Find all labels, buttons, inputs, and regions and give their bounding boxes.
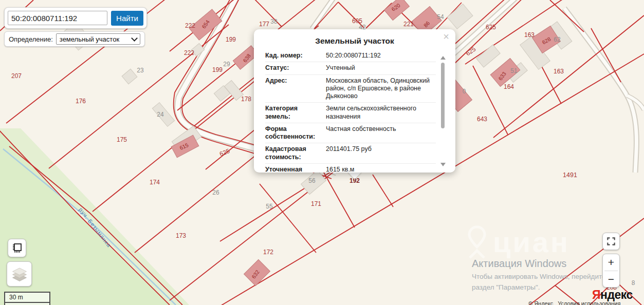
parcel-number-label[interactable]: 163 — [554, 68, 564, 75]
fullscreen-button[interactable] — [602, 233, 620, 250]
parcel-number-label[interactable]: 163 — [524, 31, 535, 39]
definition-label: Определение: — [9, 35, 53, 43]
definition-select[interactable]: земельный участок — [56, 33, 140, 45]
attribute-label: Категория земель: — [265, 105, 326, 121]
building — [122, 69, 137, 84]
parcel-number-label[interactable]: 222 — [185, 22, 195, 29]
definition-selected-value: земельный участок — [60, 35, 119, 43]
zoom-out-button[interactable]: − — [603, 271, 619, 288]
map-viewport[interactable]: 2071761751741732222221991991771786052216… — [0, 0, 644, 305]
parcel-number-label[interactable]: 199 — [212, 66, 223, 73]
popup-scrollbar[interactable] — [440, 56, 445, 166]
popup-title: Земельный участок — [274, 36, 435, 46]
parcel-number-label[interactable]: 164 — [504, 83, 514, 90]
parcel-number-label[interactable]: 643 — [477, 116, 487, 123]
parcel-number-label[interactable]: 176 — [76, 98, 86, 105]
building — [476, 45, 500, 67]
layers-icon — [10, 265, 29, 283]
attribute-value: Земли сельскохозяйственного назначения — [326, 105, 436, 121]
parcel-number-label[interactable]: 1491 — [563, 171, 577, 179]
building-number-label: 54 — [437, 13, 444, 21]
parcel-number-label[interactable]: 222 — [184, 49, 194, 56]
zoom-in-button[interactable]: + — [603, 254, 619, 271]
fullscreen-icon — [606, 236, 616, 246]
parcel-number-label[interactable]: 171 — [311, 200, 321, 207]
popup-attribute-row: Адрес:Московская область, Одинцовский ра… — [265, 75, 436, 103]
copyright-text: © Яндекс — [528, 300, 553, 305]
building-number-label: 55 — [266, 203, 272, 210]
definition-panel: Определение: земельный участок — [4, 31, 145, 47]
building-number-label: 23 — [137, 67, 143, 74]
scrollbar-thumb[interactable] — [441, 63, 445, 128]
parcel-number-label[interactable]: 172 — [263, 249, 273, 256]
attribute-label: Кадастровая стоимость: — [265, 145, 326, 161]
search-input[interactable] — [8, 11, 107, 25]
building-number-label: 26 — [212, 189, 219, 196]
zoom-controls: + − — [602, 254, 620, 288]
scroll-up-icon[interactable] — [440, 56, 446, 60]
attribute-label: Кад. номер: — [265, 52, 326, 60]
parcel-number-label[interactable]: 175 — [117, 136, 127, 143]
search-panel: Найти — [4, 7, 147, 29]
popup-attribute-row: Кад. номер:50:20:0080711:192 — [265, 50, 436, 62]
building-number-label: 62 — [554, 36, 560, 43]
building-number-label: 0 — [463, 88, 466, 95]
parcel-number-label[interactable]: 178 — [241, 96, 251, 103]
parcel-number-label[interactable]: 199 — [226, 36, 236, 43]
attribute-label: Форма собственности: — [265, 125, 326, 141]
building-number-label: 38 — [270, 18, 277, 25]
scale-metric: 30 m — [4, 292, 50, 302]
popup-pointer — [347, 171, 362, 179]
popup-attribute-row: Кадастровая стоимость:2011401.75 руб — [265, 143, 436, 164]
building-number-label: 8 — [632, 279, 635, 287]
popup-attribute-row: Уточненная площадь:1615 кв.м — [265, 164, 436, 173]
attribute-value: Московская область, Одинцовский район, с… — [326, 77, 436, 101]
building-number-label: 56 — [308, 177, 315, 184]
layers-button[interactable] — [7, 261, 32, 287]
yandex-logo-rest: ндекс — [600, 288, 633, 301]
scroll-down-icon[interactable] — [440, 163, 446, 166]
map-copyright: © Яндекс Условия использования — [528, 300, 620, 305]
measure-button[interactable] — [8, 239, 26, 257]
parcel-number-label[interactable]: 207 — [11, 72, 22, 80]
building-number-label: 51 — [510, 67, 517, 74]
parcel-number-label[interactable]: 221 — [403, 21, 414, 28]
popup-attribute-table: Кад. номер:50:20:0080711:192Статус:Учтен… — [254, 50, 455, 173]
attribute-value: 1615 кв.м — [326, 166, 436, 173]
popup-attribute-row: Форма собственности:Частная собственност… — [265, 123, 436, 144]
parcel-info-popup: × Земельный участок Кад. номер:50:20:008… — [254, 29, 455, 173]
close-icon[interactable]: × — [443, 31, 449, 42]
parcel-number-label[interactable]: 174 — [150, 179, 160, 186]
parcel-number-label[interactable]: 177 — [259, 21, 269, 28]
find-button[interactable]: Найти — [111, 11, 143, 26]
scale-bar: 30 m 100 ft — [4, 292, 50, 305]
popup-attribute-row: Статус:Учтенный — [265, 62, 436, 74]
attribute-value: Частная собственность — [326, 125, 436, 141]
attribute-label: Адрес: — [265, 77, 326, 101]
attribute-label: Статус: — [265, 64, 326, 72]
parcel-number-label[interactable]: 625 — [486, 24, 496, 31]
attribute-value: 2011401.75 руб — [326, 145, 436, 161]
attribute-label: Уточненная площадь: — [265, 166, 326, 173]
popup-attribute-row: Категория земель:Земли сельскохозяйствен… — [265, 103, 436, 123]
building-number-label: 29 — [223, 61, 230, 68]
chevron-down-icon — [131, 35, 138, 42]
attribute-value: 50:20:0080711:192 — [326, 52, 436, 60]
yandex-logo-first-letter: Я — [592, 288, 600, 301]
terms-link[interactable]: Условия использования — [558, 300, 620, 305]
yandex-logo[interactable]: Яндекс — [592, 288, 633, 302]
building-number-label: 24 — [157, 111, 163, 118]
building — [447, 4, 473, 29]
attribute-value: Учтенный — [326, 64, 436, 72]
parcel-number-label[interactable]: 173 — [176, 232, 186, 239]
scale-imperial: 100 ft — [4, 302, 50, 305]
ruler-icon — [11, 242, 23, 254]
